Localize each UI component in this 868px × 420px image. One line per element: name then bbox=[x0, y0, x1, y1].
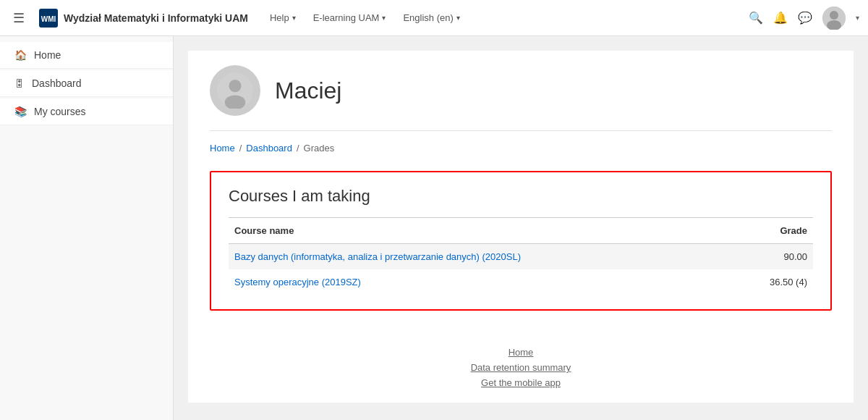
profile-header: Maciej bbox=[210, 65, 832, 131]
course-link[interactable]: Systemy operacyjne (2019SZ) bbox=[234, 277, 361, 287]
course-grade-cell: 90.00 bbox=[730, 244, 813, 270]
page-layout: 🏠 Home 🎛 Dashboard 📚 My courses bbox=[0, 36, 868, 420]
sidebar-item-home-label: Home bbox=[34, 49, 61, 61]
profile-avatar bbox=[210, 65, 260, 116]
sidebar-item-home[interactable]: 🏠 Home bbox=[0, 42, 173, 69]
sidebar: 🏠 Home 🎛 Dashboard 📚 My courses bbox=[0, 36, 174, 420]
help-label: Help bbox=[270, 12, 289, 23]
grades-box: Courses I am taking Course name Grade Ba… bbox=[210, 171, 832, 311]
course-name-cell: Bazy danych (informatyka, analiza i prze… bbox=[229, 244, 730, 270]
avatar-chevron-icon[interactable]: ▾ bbox=[856, 14, 859, 22]
table-row: Systemy operacyjne (2019SZ)36.50 (4) bbox=[229, 269, 813, 295]
language-label: English (en) bbox=[403, 12, 453, 23]
language-menu[interactable]: English (en) ▾ bbox=[396, 8, 467, 28]
dashboard-icon: 🎛 bbox=[14, 77, 25, 89]
breadcrumb: Home / Dashboard / Grades bbox=[210, 143, 832, 154]
topnav: ☰ WMI Wydział Matematyki i Informatyki U… bbox=[0, 0, 868, 36]
footer-link-data-retention[interactable]: Data retention summary bbox=[471, 362, 571, 373]
breadcrumb-dashboard[interactable]: Dashboard bbox=[246, 143, 292, 154]
grades-table: Course name Grade Bazy danych (informaty… bbox=[229, 217, 813, 295]
breadcrumb-sep-2: / bbox=[297, 143, 299, 154]
sidebar-item-dashboard-label: Dashboard bbox=[32, 77, 82, 89]
language-chevron-icon: ▾ bbox=[456, 14, 460, 22]
grades-table-header-row: Course name Grade bbox=[229, 218, 813, 244]
help-chevron-icon: ▾ bbox=[292, 14, 296, 22]
elearning-label: E-learning UAM bbox=[313, 12, 380, 23]
site-name: Wydział Matematyki i Informatyki UAM bbox=[64, 12, 248, 24]
footer-links: Home Data retention summary Get the mobi… bbox=[210, 332, 832, 388]
topnav-icons: 🔍 🔔 💬 ▾ bbox=[749, 7, 859, 30]
svg-text:WMI: WMI bbox=[41, 15, 56, 23]
profile-avatar-image bbox=[217, 72, 253, 109]
course-name-cell: Systemy operacyjne (2019SZ) bbox=[229, 269, 730, 295]
breadcrumb-current: Grades bbox=[304, 143, 335, 154]
footer-link-home[interactable]: Home bbox=[509, 347, 534, 358]
col-course-name: Course name bbox=[229, 218, 730, 244]
elearning-chevron-icon: ▾ bbox=[382, 14, 386, 22]
topnav-menu: Help ▾ E-learning UAM ▾ English (en) ▾ bbox=[263, 8, 467, 28]
svg-point-6 bbox=[229, 80, 241, 92]
sidebar-item-dashboard[interactable]: 🎛 Dashboard bbox=[0, 70, 173, 97]
sidebar-item-mycourses[interactable]: 📚 My courses bbox=[0, 98, 173, 125]
main-content: Maciej Home / Dashboard / Grades Courses… bbox=[174, 36, 868, 420]
course-grade-cell: 36.50 (4) bbox=[730, 269, 813, 295]
profile-name: Maciej bbox=[275, 77, 341, 104]
bell-icon[interactable]: 🔔 bbox=[773, 11, 788, 25]
footer-link-mobile-app[interactable]: Get the mobile app bbox=[481, 377, 561, 388]
logo-icon: WMI bbox=[38, 7, 59, 29]
course-link[interactable]: Bazy danych (informatyka, analiza i prze… bbox=[234, 251, 521, 262]
hamburger-icon[interactable]: ☰ bbox=[9, 7, 29, 29]
content-area: Maciej Home / Dashboard / Grades Courses… bbox=[188, 51, 854, 403]
user-avatar[interactable] bbox=[822, 7, 846, 30]
courses-icon: 📚 bbox=[14, 106, 27, 117]
breadcrumb-sep-1: / bbox=[239, 143, 242, 154]
site-logo: WMI Wydział Matematyki i Informatyki UAM bbox=[38, 7, 248, 29]
sidebar-item-mycourses-label: My courses bbox=[34, 106, 86, 117]
home-icon: 🏠 bbox=[14, 49, 27, 61]
svg-point-3 bbox=[830, 11, 838, 20]
help-menu[interactable]: Help ▾ bbox=[263, 8, 303, 28]
grades-title: Courses I am taking bbox=[229, 187, 813, 206]
col-grade: Grade bbox=[730, 218, 813, 244]
avatar-image bbox=[822, 7, 846, 30]
breadcrumb-home[interactable]: Home bbox=[210, 143, 235, 154]
table-row: Bazy danych (informatyka, analiza i prze… bbox=[229, 244, 813, 270]
elearning-menu[interactable]: E-learning UAM ▾ bbox=[306, 8, 393, 28]
search-icon[interactable]: 🔍 bbox=[749, 11, 763, 25]
chat-icon[interactable]: 💬 bbox=[798, 11, 812, 25]
